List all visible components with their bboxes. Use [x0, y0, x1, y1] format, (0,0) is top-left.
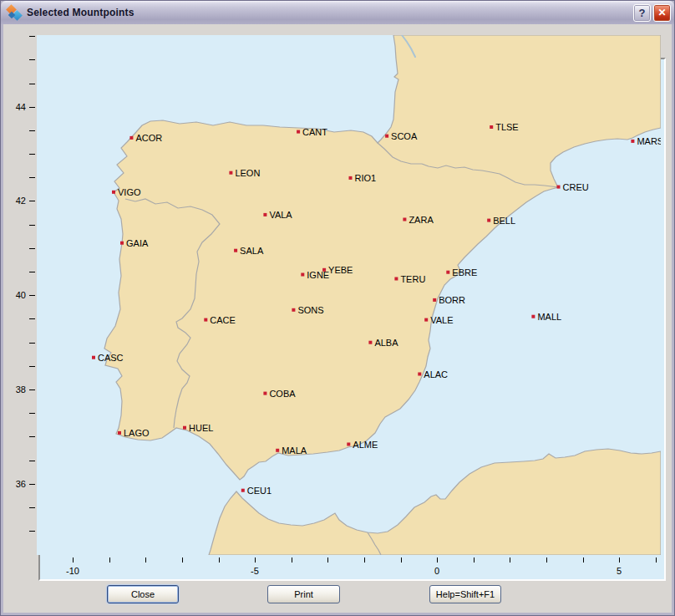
map-canvas: ACORCANTSCOATLSEMARSLEONRIO1CREUVIGOVALA…	[37, 35, 661, 555]
y-tick	[29, 201, 35, 201]
y-tick	[29, 84, 35, 84]
x-tick-label: 5	[602, 565, 636, 577]
y-tick	[29, 413, 35, 414]
y-tick	[29, 531, 35, 532]
window-title: Selected Mountpoints	[27, 7, 134, 18]
x-tick-label: 0	[420, 565, 454, 577]
print-button[interactable]: Print	[267, 585, 340, 603]
help-icon[interactable]: ?	[633, 4, 651, 22]
station-marker	[490, 125, 493, 129]
station-label: ALBA	[374, 338, 398, 348]
close-icon[interactable]: ✕	[653, 4, 671, 22]
station-label: RIO1	[355, 173, 377, 183]
x-tick	[656, 557, 657, 563]
station-marker	[347, 443, 350, 446]
x-tick	[401, 557, 402, 563]
station-marker	[241, 489, 245, 492]
y-tick	[29, 130, 35, 131]
station-marker	[557, 186, 561, 189]
station-label: SONS	[297, 305, 323, 315]
station-label: CASC	[98, 353, 124, 363]
station-marker	[394, 277, 398, 281]
station-marker	[403, 218, 406, 221]
station-label: TERU	[400, 274, 425, 284]
station-label: VIGO	[118, 187, 141, 197]
x-tick	[510, 557, 510, 563]
station-label: ALAC	[424, 369, 448, 379]
station-marker	[368, 341, 372, 344]
y-tick	[29, 248, 35, 249]
station-marker	[531, 315, 535, 318]
station-marker	[424, 318, 428, 322]
station-marker	[263, 213, 266, 216]
y-tick	[29, 436, 35, 437]
station-marker	[349, 176, 353, 180]
station-marker	[234, 249, 237, 252]
y-tick	[29, 461, 35, 461]
y-tick-label: 36	[2, 478, 26, 490]
station-marker	[118, 431, 121, 435]
station-marker	[92, 356, 95, 359]
station-marker	[433, 298, 436, 302]
station-marker	[204, 318, 207, 322]
station-label: YEBE	[328, 265, 353, 275]
station-label: BORR	[439, 295, 465, 305]
station-label: IGNE	[307, 270, 329, 280]
station-label: SCOA	[391, 131, 418, 141]
station-marker	[292, 308, 295, 312]
x-tick	[619, 557, 620, 563]
station-label: BELL	[493, 216, 515, 226]
station-label: ALME	[353, 440, 378, 450]
y-tick-label: 42	[2, 195, 26, 206]
station-label: TLSE	[495, 122, 519, 132]
station-label: VALA	[269, 210, 292, 220]
x-tick	[583, 557, 584, 563]
y-tick	[29, 154, 35, 155]
station-label: CEU1	[247, 486, 272, 496]
x-tick	[546, 557, 547, 563]
station-label: ZARA	[409, 215, 434, 225]
station-label: MARS	[637, 136, 661, 146]
help-shortcut-button[interactable]: Help=Shift+F1	[429, 585, 501, 603]
x-tick-label: -10	[56, 565, 89, 577]
x-tick	[474, 557, 475, 563]
x-tick	[145, 557, 146, 563]
app-logo-icon	[7, 5, 22, 20]
station-label: CREU	[563, 182, 589, 192]
y-tick	[29, 177, 35, 178]
y-tick	[29, 318, 35, 319]
close-button[interactable]: Close	[107, 585, 179, 603]
station-marker	[487, 219, 490, 222]
y-tick	[29, 272, 35, 272]
x-tick	[73, 557, 74, 563]
x-tick	[255, 557, 256, 563]
station-label: MALL	[537, 312, 561, 322]
y-tick	[29, 107, 35, 108]
station-marker	[129, 136, 133, 140]
station-label: CACE	[210, 315, 236, 325]
y-tick	[29, 389, 35, 390]
station-label: MALA	[282, 445, 307, 456]
station-label: CANT	[302, 127, 327, 137]
y-tick	[29, 59, 35, 60]
x-tick	[219, 557, 220, 563]
y-tick-label: 44	[2, 101, 26, 113]
x-tick-label: -5	[238, 565, 272, 577]
titlebar[interactable]: Selected Mountpoints ? ✕	[1, 1, 674, 24]
station-marker	[263, 392, 266, 395]
station-label: ACOR	[135, 133, 162, 143]
station-marker	[229, 171, 232, 175]
station-marker	[276, 449, 279, 452]
station-label: VALE	[430, 315, 453, 325]
y-tick	[29, 366, 35, 367]
x-tick	[182, 557, 183, 563]
station-marker	[120, 242, 124, 245]
station-marker	[446, 271, 449, 274]
x-tick	[292, 557, 292, 563]
station-label: SALA	[240, 246, 264, 256]
x-tick	[109, 557, 110, 563]
y-tick	[29, 484, 35, 485]
station-label: LEON	[235, 168, 260, 178]
y-tick	[29, 295, 35, 296]
y-tick-label: 40	[2, 289, 26, 301]
